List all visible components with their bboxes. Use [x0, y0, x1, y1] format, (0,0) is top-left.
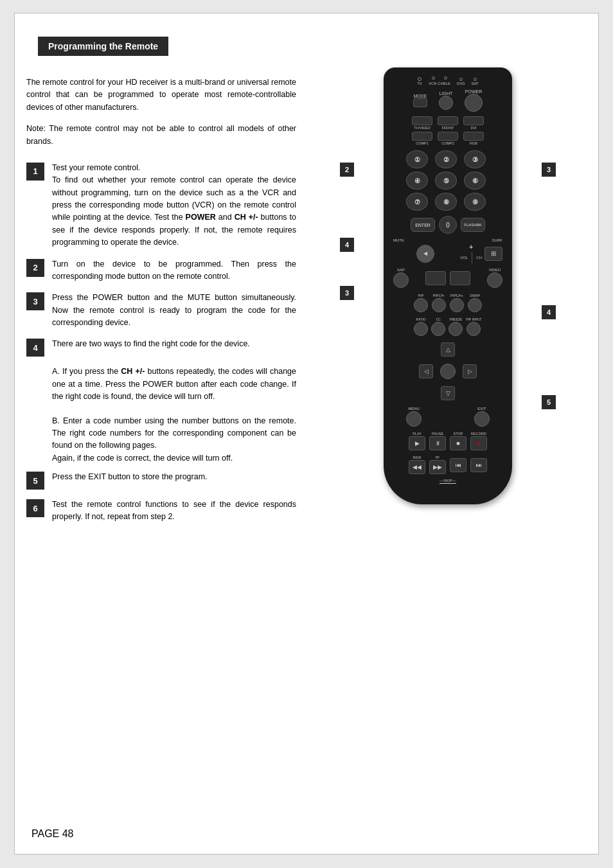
ff-label: FF — [436, 456, 440, 459]
menu-exit-row: MENU EXIT — [406, 407, 490, 427]
arrow-right-button[interactable]: ▷ — [463, 364, 477, 378]
swap-button[interactable] — [468, 298, 482, 312]
vol-button[interactable] — [425, 271, 446, 285]
pipch-plus-button[interactable] — [450, 298, 464, 312]
step-3-text: Press the POWER button and the MUTE butt… — [52, 292, 296, 329]
step-5-row: 5 Press the EXIT button to store the pro… — [26, 471, 296, 490]
section-title: Programming the Remote — [48, 41, 158, 51]
num-3-button[interactable]: ③ — [464, 150, 486, 168]
step-4a-text: A. If you press the CH +/- buttons repea… — [52, 366, 296, 403]
pipch-plus-group: PIPCH+ — [450, 294, 464, 312]
play-button[interactable]: ▶ — [409, 436, 425, 450]
comp2-label: COMP2 — [441, 141, 454, 145]
mode-button[interactable] — [413, 98, 427, 107]
cc-button[interactable] — [431, 322, 445, 336]
mute-button[interactable]: ◀ — [416, 245, 434, 263]
skip-prev-button[interactable]: ⏮ — [450, 458, 466, 472]
ratio-label: RATIO — [416, 317, 426, 321]
arrow-down-button[interactable]: ▽ — [441, 386, 455, 400]
rgb-button[interactable] — [463, 132, 484, 141]
step-6-badge: 6 — [26, 499, 44, 517]
pip-input-button[interactable] — [466, 322, 481, 336]
exit-group: EXIT — [474, 407, 490, 427]
pip-input-label: PIP INPUT — [466, 317, 481, 321]
skip-prev-group: ⏮ — [450, 457, 466, 472]
left-column: The remote control for your HD receiver … — [26, 67, 296, 533]
num-5-button[interactable]: ⑤ — [435, 172, 457, 190]
num-4-button[interactable]: ④ — [406, 172, 428, 190]
vcr-indicator: VCR CABLE — [429, 76, 450, 85]
power-button[interactable] — [465, 94, 483, 112]
front-button[interactable] — [438, 116, 458, 125]
tv-indicator: TV — [417, 77, 422, 85]
power-label: POWER — [465, 89, 483, 94]
num-7-button[interactable]: ⑦ — [406, 193, 428, 211]
record-group: RECORD ● — [470, 432, 487, 450]
page-container: Programming the Remote The remote contro… — [14, 13, 599, 855]
intro-paragraph1: The remote control for your HD receiver … — [26, 76, 296, 114]
surf-button[interactable]: ⊞ — [484, 247, 502, 261]
numpad: ① ② ③ ④ ⑤ ⑥ ⑦ ⑧ ⑨ — [406, 150, 490, 211]
indicator-row: TV VCR CABLE DVD — [390, 76, 506, 85]
num-1-button[interactable]: ① — [406, 150, 428, 168]
num-2-button[interactable]: ② — [435, 150, 457, 168]
mute-label: MUTE — [393, 238, 404, 242]
stop-group: STOP ■ — [450, 432, 466, 450]
skip-next-button[interactable]: ⏭ — [470, 458, 487, 472]
front-group: FRONT — [438, 116, 458, 130]
num-0-button[interactable]: 0 — [439, 216, 457, 234]
num-6-button[interactable]: ⑥ — [464, 172, 486, 190]
front-label: FRONT — [442, 126, 454, 130]
step-1-row: 1 Test your remote control. To find out … — [26, 162, 296, 249]
record-label: RECORD — [471, 432, 486, 436]
page-number: PAGE 48 — [31, 828, 74, 839]
step-3-badge: 3 — [26, 292, 44, 310]
ratio-button[interactable] — [414, 322, 428, 336]
num-9-button[interactable]: ⑨ — [464, 193, 486, 211]
video-group: VIDEO — [487, 268, 502, 288]
freeze-button[interactable] — [449, 322, 463, 336]
video-button[interactable] — [487, 272, 502, 288]
exit-button[interactable] — [474, 411, 490, 427]
comp1-button[interactable] — [412, 132, 432, 141]
pause-button[interactable]: ⏸ — [429, 436, 446, 450]
step-4b-text: B. Enter a code number using the number … — [52, 415, 296, 465]
pipch-minus-button[interactable] — [432, 298, 446, 312]
select-button[interactable] — [440, 364, 456, 379]
dvd-indicator: DVD — [457, 78, 465, 85]
light-label: LIGHT — [439, 91, 453, 96]
remote-body: TV VCR CABLE DVD — [384, 67, 512, 504]
ff-button[interactable]: ▶▶ — [429, 460, 446, 474]
light-button[interactable] — [439, 96, 453, 110]
page-footer: PAGE 48 — [31, 828, 74, 840]
tv-video-button[interactable] — [412, 116, 432, 125]
num-8-button[interactable]: ⑧ — [435, 193, 457, 211]
dvi-button[interactable] — [463, 116, 484, 125]
tv-video-label: TV/VIDEO — [414, 126, 431, 130]
sat-indicator: SAT — [472, 78, 479, 85]
sap-button[interactable] — [393, 272, 409, 288]
arrow-left-button[interactable]: ◁ — [419, 364, 433, 378]
ch-button[interactable] — [450, 271, 470, 285]
input-row-1: TV/VIDEO FRONT DVI — [412, 116, 484, 130]
pip-button[interactable] — [414, 298, 428, 312]
record-button[interactable]: ● — [470, 436, 487, 450]
menu-button[interactable] — [406, 411, 422, 427]
rew-group: REW ◀◀ — [409, 456, 425, 474]
transport-row-2: REW ◀◀ FF ▶▶ ⏮ ⏭ — [396, 456, 499, 474]
play-group: PLAY ▶ — [409, 432, 425, 450]
comp2-button[interactable] — [438, 132, 458, 141]
flashbk-button[interactable]: FLASHBK — [461, 218, 485, 232]
arrow-up-button[interactable]: △ — [441, 342, 455, 357]
skip-label: —SKIP— — [440, 479, 456, 484]
rew-button[interactable]: ◀◀ — [409, 460, 425, 474]
intro-note: Note: The remote control may not be able… — [26, 123, 296, 148]
step-6-text: Test the remote control functions to see… — [52, 499, 296, 524]
stop-button[interactable]: ■ — [450, 436, 466, 450]
menu-label: MENU — [408, 407, 420, 411]
sap-video-row: SAP VIDEO — [393, 268, 502, 288]
enter-button[interactable]: ENTER — [411, 218, 435, 232]
rew-label: REW — [413, 456, 422, 459]
pause-label: PAUSE — [432, 432, 443, 436]
callout-3-mid: 3 — [340, 286, 354, 300]
